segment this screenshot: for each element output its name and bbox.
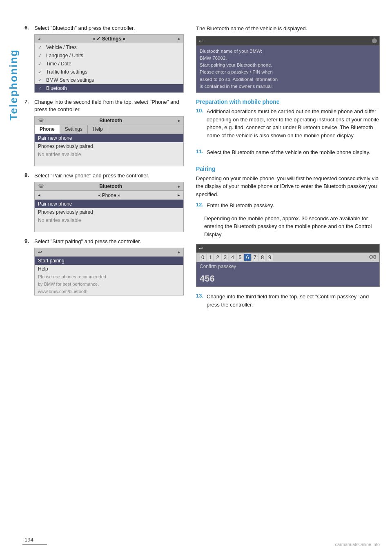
bt-line-2: BMW 76002. [200,55,376,62]
step-9-screen: ↩ ● Start pairing Help Please use phones… [24,248,184,295]
step-13: 13. Change into the third field from the… [196,293,380,312]
passkey-top-bar: ↩ [196,244,379,253]
step-9-number: 9. [24,238,32,245]
pair-bt-title: Bluetooth [99,184,122,189]
bt-line-6: is contained in the owner's manual. [200,83,376,90]
step-10-line: 10. Additional operations must be carrie… [196,107,380,143]
digit-2[interactable]: 2 [214,254,220,261]
pairing-intro: Depending on your mobile phone, you will… [196,175,380,199]
digit-5[interactable]: 5 [237,254,243,261]
left-column: 6. Select "Bluetooth" and press the cont… [24,25,184,318]
bmw-url-label: www.bmw.com/bluetooth [38,289,87,294]
tab-help[interactable]: Help [88,125,108,134]
digit-0[interactable]: 0 [200,254,206,261]
step-6: 6. Select "Bluetooth" and press the cont… [24,25,184,93]
step-6-text: Select "Bluetooth" and press the control… [34,25,135,32]
right-arrow-icon: ● [177,36,180,41]
step-11-line: 11. Select the Bluetooth name of the veh… [196,148,380,160]
passkey-screen: ↩ 0 1 2 3 4 5 6 7 8 [196,244,380,287]
passkey-value: 456 [196,271,379,286]
pair-new-phone-label-2: Pair new phone [38,201,72,207]
step-7: 7. Change into the second field from the… [24,98,184,166]
back-icon-9: ↩ [38,249,42,255]
phone-right-arrow: ▸ [178,192,180,198]
check-icon-3: ✓ [38,61,44,67]
step-12-number: 12. [196,201,204,213]
settings-row-1: ✓ Vehicle / Tires [35,43,183,51]
step-13-line: 13. Change into the third field from the… [196,293,380,312]
step-9: 9. Select "Start pairing" and press the … [24,238,184,295]
digit-4[interactable]: 4 [229,254,236,261]
digit-7[interactable]: 7 [252,254,258,261]
step-10-text: Additional operations must be carried ou… [207,107,380,139]
screen-spacer-1 [35,159,183,166]
step-8-text: Select "Pair new phone" and press the co… [34,172,149,179]
digit-1[interactable]: 1 [207,254,213,261]
page-number: 194 [24,537,33,543]
bt-line-4: Please enter a passkey / PIN when [200,69,376,76]
settings-row-3-label: Time / Date [46,61,71,67]
right-column: The Bluetooth name of the vehicle is dis… [196,25,380,318]
help-label: Help [38,266,48,272]
bmw-performance-label: by BMW for best performance. [38,282,99,286]
phones-previously-paired-row: Phones previously paired [35,208,183,216]
pair-new-phone-screen: ☏ Bluetooth ● ◂ « Phone » ▸ Pair new pho… [34,182,184,232]
settings-row-4: ✓ Traffic Info settings [35,68,183,76]
no-entries-row-1: No entries available [35,150,183,159]
pair-dot-icon: ● [177,184,180,189]
settings-row-6: ✓ Bluetooth [35,84,183,92]
tab-settings[interactable]: Settings [60,125,88,134]
step-8-screen: ☏ Bluetooth ● ◂ « Phone » ▸ Pair new pho… [24,182,184,232]
step-7-text: Change into the second field from the to… [34,98,184,113]
bt-line-5: asked to do so. Additional information [200,76,376,83]
phone-nav-label: « Phone » [98,192,120,198]
phones-recommended-row: Please use phones recommended [35,273,183,280]
preparation-heading: Preparation with mobile phone [196,98,380,105]
screen-spacer-2 [35,224,183,232]
settings-row-1-label: Vehicle / Tires [46,45,77,50]
settings-title-bar: ◂ « ✓ Settings » ● [35,35,183,43]
sidebar-label: Telephoning [7,49,20,121]
bt-line-3: Start pairing your Bluetooth phone. [200,62,376,69]
start-pairing-screen: ↩ ● Start pairing Help Please use phones… [34,248,184,295]
bluetooth-phone-screen: ☏ Bluetooth ● Phone Settings Help Pair n… [34,116,184,166]
check-icon-6: ✓ [38,86,44,91]
phone-left-arrow: ◂ [38,192,40,198]
tab-phone[interactable]: Phone [35,125,60,134]
step-6-screen: ◂ « ✓ Settings » ● ✓ Vehicle / Tires ✓ L… [24,34,184,93]
bluetooth-title: Bluetooth [99,118,122,123]
left-arrow-icon: ◂ [38,36,40,42]
bmw-url-row: www.bmw.com/bluetooth [35,288,183,295]
check-icon-2: ✓ [38,53,44,58]
page-num-line [22,544,47,545]
step-13-text: Change into the third field from the top… [207,293,380,309]
settings-screen: ◂ « ✓ Settings » ● ✓ Vehicle / Tires ✓ L… [34,34,184,93]
page-container: Telephoning 6. Select "Bluetooth" and pr… [0,0,392,555]
check-icon-1: ✓ [38,45,44,50]
digit-8[interactable]: 8 [259,254,265,261]
pair-new-phone-label: Pair new phone [38,135,72,141]
digit-9[interactable]: 9 [267,254,273,261]
phones-paired-label: Phones previously paired [38,143,93,149]
backspace-icon[interactable]: ⌫ [369,254,376,260]
intro-text: The Bluetooth name of the vehicle is dis… [196,25,380,33]
bt-dot-icon: ● [177,118,180,123]
bt-back-icon: ↩ [199,38,204,44]
step-8: 8. Select "Pair new phone" and press the… [24,172,184,232]
digit-3[interactable]: 3 [222,254,228,261]
settings-row-5: ✓ BMW Service settings [35,76,183,84]
settings-row-5-label: BMW Service settings [46,77,94,83]
bluetooth-title-bar: ☏ Bluetooth ● [35,116,183,125]
passkey-digits: 0 1 2 3 4 5 6 7 8 9 [200,254,273,261]
start-pairing-row: Start pairing [35,257,183,265]
step-11-text: Select the Bluetooth name of the vehicle… [207,148,370,157]
no-entries-label-1: No entries available [38,152,81,157]
start-pairing-dot: ● [177,250,180,255]
settings-title: « ✓ Settings » [92,36,125,42]
settings-row-4-label: Traffic Info settings [46,69,87,75]
settings-row-3: ✓ Time / Date [35,60,183,68]
pair-new-phone-row-2: Pair new phone [35,200,183,208]
digit-6-selected[interactable]: 6 [244,254,250,261]
step-12-text: Enter the Bluetooth passkey. [207,201,274,210]
pair-new-phone-row: Pair new phone [35,134,183,142]
